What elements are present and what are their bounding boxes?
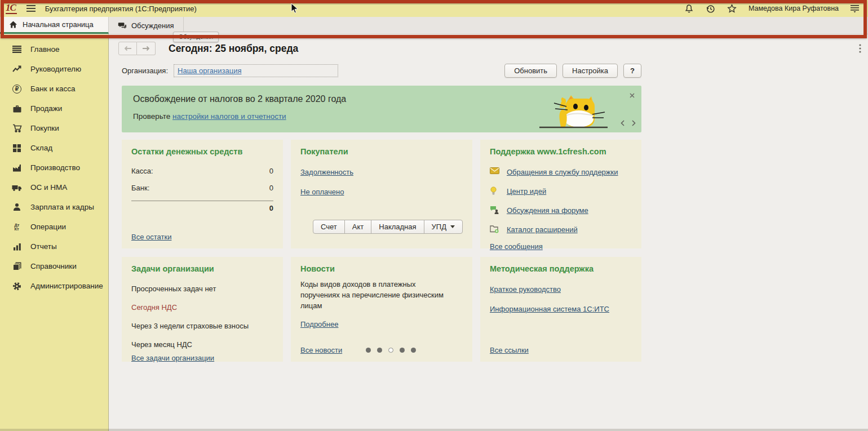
banner-close-icon[interactable] [630, 90, 635, 100]
forum-discussions-link[interactable]: Обсуждения на форуме [507, 206, 588, 215]
debt-link[interactable]: Задолженность [300, 168, 463, 176]
gear-icon [11, 281, 23, 291]
cash-row-label: Банк: [131, 184, 149, 192]
all-links-link[interactable]: Все ссылки [490, 346, 632, 354]
history-icon[interactable] [706, 3, 716, 14]
refresh-button[interactable]: Обновить [504, 64, 557, 78]
news-headline: Коды видов доходов в платежных поручения… [300, 279, 455, 312]
act-button[interactable]: Акт [344, 220, 371, 234]
unpaid-link[interactable]: Не оплачено [300, 188, 463, 196]
sidebar-item-reports[interactable]: Отчеты [0, 237, 108, 256]
waybill-button[interactable]: Накладная [371, 220, 424, 234]
upd-dropdown-button[interactable]: УПД [424, 220, 463, 234]
its-system-link[interactable]: Информационная система 1С:ИТС [490, 305, 632, 313]
all-balances-link[interactable]: Все остатки [131, 233, 273, 241]
cash-row-label: Касса: [131, 167, 153, 175]
more-menu-icon[interactable] [859, 44, 861, 55]
task-line: Через месяц НДС [131, 340, 273, 349]
truck-icon [11, 183, 23, 193]
idea-center-link[interactable]: Центр идей [507, 187, 546, 195]
create-document-buttons: Счет Акт Накладная УПД [313, 220, 463, 234]
sidebar-item-sales[interactable]: Продажи [0, 99, 108, 118]
organization-link[interactable]: Наша организация [178, 66, 241, 75]
sidebar-item-production[interactable]: Производство [0, 158, 108, 177]
panel-title: Задачи организации [131, 264, 273, 273]
extensions-catalog-link[interactable]: Каталог расширений [507, 225, 578, 234]
title-bar: 1С Бухгалтерия предприятия (1С:Предприят… [0, 0, 868, 17]
invoice-button[interactable]: Счет [313, 220, 345, 234]
all-news-link[interactable]: Все новости [300, 346, 342, 354]
banner-pager [621, 118, 636, 128]
all-messages-link[interactable]: Все сообщения [490, 242, 632, 251]
cart-icon [11, 123, 23, 134]
settings-button[interactable]: Настройка [563, 64, 618, 78]
panel-org-tasks: Задачи организации Просроченных задач не… [122, 257, 283, 362]
tab-home-page[interactable]: Начальная страница [0, 17, 109, 34]
notifications-bell-icon[interactable] [684, 3, 694, 14]
news-pager-dots [366, 348, 416, 353]
panel-support: Поддержка www.1cfresh.com Обращения в сл… [480, 140, 641, 248]
books-icon [11, 261, 23, 272]
pager-dot[interactable] [377, 348, 382, 353]
factory-icon [11, 163, 23, 173]
tab-discussions[interactable]: Обсуждения [109, 17, 184, 34]
person-icon [11, 202, 23, 212]
sidebar-item-directories[interactable]: Справочники [0, 256, 108, 276]
home-icon [9, 20, 17, 29]
sidebar-item-manager[interactable]: Руководителю [0, 59, 108, 79]
task-line: Через 3 недели страховые взносы [131, 322, 273, 330]
support-requests-link[interactable]: Обращения в службу поддержки [507, 168, 618, 176]
sidebar-item-administration[interactable]: Администрирование [0, 276, 108, 296]
favorites-star-icon[interactable] [727, 3, 737, 14]
briefcase-icon [11, 104, 23, 114]
panel-title: Остатки денежных средств [131, 147, 273, 156]
banner-next-icon[interactable] [632, 118, 636, 128]
banner-prev-icon[interactable] [621, 118, 625, 128]
support-item: Обращения в службу поддержки [490, 167, 632, 176]
1c-logo-icon: 1С [6, 3, 17, 14]
pager-dot[interactable] [366, 348, 371, 353]
history-nav [118, 42, 156, 55]
banner-link[interactable]: настройки налогов и отчетности [172, 112, 286, 121]
pager-dot[interactable] [388, 348, 393, 353]
pager-dot[interactable] [411, 348, 416, 353]
tab-tooltip: Обсуждения [173, 32, 219, 42]
news-more-link[interactable]: Подробнее [300, 320, 463, 328]
all-tasks-link[interactable]: Все задачи организации [131, 354, 273, 362]
support-item: Каталог расширений [490, 225, 632, 234]
forward-button[interactable] [137, 42, 156, 55]
dtkt-icon: Дт Кт [11, 222, 23, 232]
back-button[interactable] [118, 42, 137, 55]
grid-icon [11, 143, 23, 153]
task-line: Просроченных задач нет [131, 285, 273, 293]
service-menu-icon[interactable] [850, 3, 860, 14]
info-banner: Освобождение от налогов во 2 квартале 20… [122, 86, 641, 132]
window-title: Бухгалтерия предприятия (1С:Предприятие) [45, 5, 197, 13]
sidebar-nav: Главное Руководителю ₽ Банк и касса Прод… [0, 34, 109, 431]
sidebar-item-payroll-hr[interactable]: Зарплата и кадры [0, 197, 108, 217]
chat-bubbles-icon [118, 21, 126, 30]
quick-guide-link[interactable]: Краткое руководство [490, 285, 632, 294]
pager-dot[interactable] [400, 348, 405, 353]
panel-title: Поддержка www.1cfresh.com [490, 147, 632, 156]
help-button[interactable]: ? [623, 64, 641, 78]
current-user-name[interactable]: Мамедова Кира Руфатовна [749, 5, 839, 12]
task-line[interactable]: Сегодня НДС [131, 303, 273, 312]
page-title-date: Сегодня: 25 ноября, среда [169, 43, 298, 55]
sidebar-item-operations[interactable]: Дт Кт Операции [0, 217, 108, 237]
cash-row-value: 0 [269, 184, 273, 192]
bulb-icon [490, 186, 499, 195]
sidebar-item-purchases[interactable]: Покупки [0, 118, 108, 138]
panel-methodical-support: Методическая поддержка Краткое руководст… [480, 257, 641, 362]
cat-mascot-image [538, 92, 609, 129]
main-content: Сегодня: 25 ноября, среда Организация: Н… [109, 34, 868, 431]
sidebar-item-main[interactable]: Главное [0, 39, 108, 59]
sidebar-item-warehouse[interactable]: Склад [0, 138, 108, 158]
sidebar-item-bank-cash[interactable]: ₽ Банк и касса [0, 79, 108, 99]
panel-news: Новости Коды видов доходов в платежных п… [291, 257, 472, 362]
sidebar-item-fixed-assets[interactable]: ОС и НМА [0, 177, 108, 197]
support-item: Центр идей [490, 186, 632, 195]
main-menu-icon[interactable] [26, 3, 36, 14]
total-divider [131, 201, 273, 201]
organization-field[interactable]: Наша организация [174, 64, 338, 77]
